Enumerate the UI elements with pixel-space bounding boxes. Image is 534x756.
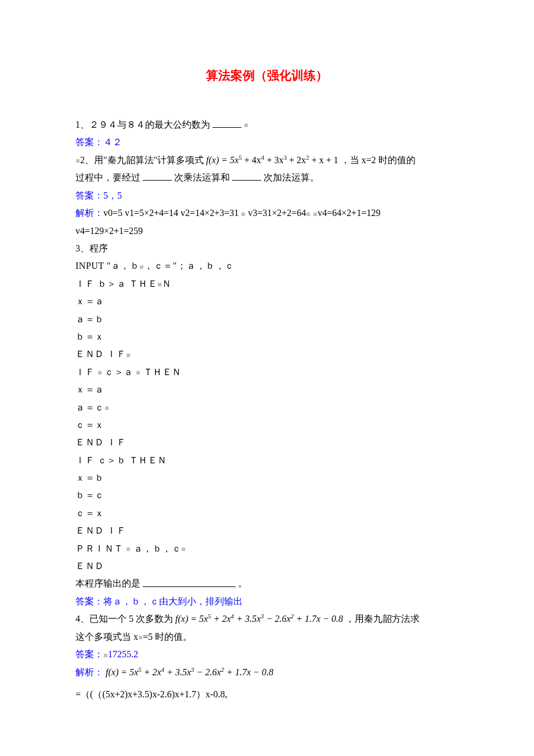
fx: f(x) = 5x [206,155,239,165]
code-line-3: ｘ＝ａ [75,293,459,310]
term-tail: + x + 1 [309,155,338,165]
marker-icon [127,354,130,357]
marker-icon [182,548,185,551]
code-17a: ＰＲＩＮＴ [75,543,126,553]
code-6a: ＥＮＤ ＩＦ [75,349,126,359]
code-line-16: ＥＮＤ ＩＦ [75,522,459,539]
q4-solution-1: 解析： f(x) = 5x5 + 2x4 + 3.5x3 − 2.6x2 + 1… [75,664,459,681]
q4-prompt-b: ，用秦九韶方法求 [345,614,420,624]
q1-answer: 答案：４２ [75,134,459,151]
code-1a: INPUT "ａ，ｂ [75,261,139,271]
marker-icon [76,159,80,163]
code-2a: ＩＦ ｂ＞ａ ＴＨＥ [75,279,157,289]
code-line-17: ＰＲＩＮＴ ａ，ｂ，ｃ [75,540,459,557]
marker-icon [140,265,143,269]
q2-blank2 [232,169,261,181]
page-container: 算法案例（强化训练） 1、２９４与８４的最大公约数为 答案：４２ 2、用"秦九韶… [0,0,534,756]
sol-a: v0=5 v1=5×2+4=14 v2=14×2+3=31 [103,208,241,218]
marker-icon [244,124,248,127]
q3-prompt-b: 本程序输出的是 [75,579,140,589]
term3: + 3x [264,155,283,165]
q4-t2: − 2.6x [264,614,291,624]
code-line-18: ＥＮＤ [75,557,459,575]
code-line-10: ｃ＝ｘ [75,416,459,434]
marker-icon [104,654,107,657]
q2-formula: f(x) = 5x5 + 4x4 + 3x3 + 2x2 + x + 1 [206,155,341,165]
code-line-5: ｂ＝ｘ [75,328,459,345]
solution-label: 解析： [75,208,103,218]
q4-answer: 答案：17255.2 [75,646,459,663]
marker-icon [241,213,245,216]
q2-solution-2: v4=129×2+1=259 [75,222,459,240]
solution-label: 解析： [75,667,103,677]
q2-solution-1: 解析：v0=5 v1=5×2+4=14 v2=14×2+3=31 v3=31×2… [75,204,459,222]
term2: + 2x [287,155,306,165]
sol-b: v3=31×2+2=64 [248,208,306,218]
code-line-1: INPUT "ａ，ｂ，ｃ＝"；ａ，ｂ，ｃ [75,257,459,275]
q3-blank [143,575,236,586]
q1-prompt: 1、２９４与８４的最大公约数为 [75,120,210,129]
answer-value: 5，5 [103,190,122,200]
q3-answer: 答案：将ａ，ｂ，ｃ由大到小，排列输出 [75,593,459,610]
q1-blank [212,116,241,128]
q1-text: 1、２９４与８４的最大公约数为 [75,116,459,134]
q4-prompt-c: 这个多项式当 x [75,632,138,642]
q2-text-line1: 2、用"秦九韶算法"计算多项式 f(x) = 5x5 + 4x4 + 3x3 +… [75,152,459,169]
code-line-2: ＩＦ ｂ＞ａ ＴＨＥＮ [75,275,459,293]
q4-prompt-a: 4、已知一个 5 次多数为 [75,614,175,624]
code-line-7: ＩＦ ｃ＞ａ ＴＨＥＮ [75,363,459,381]
code-7b: ｃ＞ａ [102,367,136,377]
q4-formula: f(x) = 5x5 + 2x4 + 3.5x3 − 2.6x2 + 1.7x … [175,614,345,624]
marker-icon [158,283,161,286]
q4-solution-2: =（(（(5x+2)x+3.5)x-2.6)x+1.7）x-0.8, [75,686,459,703]
code-17b: ａ，ｂ，ｃ [131,543,181,553]
code-line-14: ｂ＝ｃ [75,487,459,504]
code-line-13: ｘ＝ｂ [75,469,459,487]
q4-t3: + 3.5x [234,614,261,624]
q2-prompt-a: 2、用"秦九韶算法"计算多项式 [80,155,206,165]
marker-icon [306,213,310,216]
q4s-t4: + 2x [142,667,161,677]
q4s-t2: − 2.6x [194,667,221,677]
code-7a: ＩＦ [75,367,98,377]
answer-value: 17255.2 [108,649,138,659]
sol-c: v4=64×2+1=129 [317,208,380,218]
marker-icon [105,406,109,410]
code-1b: ，ｃ＝"；ａ，ｂ，ｃ [144,261,234,271]
q2-text-line2: 过程中，要经过 次乘法运算和 次加法运算。 [75,169,459,187]
q2-prompt-e: 次加法运算。 [264,172,319,182]
code-line-6: ＥＮＤ ＩＦ [75,345,459,363]
q2-prompt-c: 过程中，要经过 [75,172,140,182]
q3-code: INPUT "ａ，ｂ，ｃ＝"；ａ，ｂ，ｃ ＩＦ ｂ＞ａ ＴＨＥＮ ｘ＝ａ ａ＝ｂ… [75,257,459,575]
code-line-9: ａ＝ｃ [75,399,459,416]
q4-tail: + 1.7x − 0.8 [294,614,343,624]
term4: + 4x [242,155,261,165]
q2-blank1 [143,169,172,181]
marker-icon [127,548,130,551]
q4-prompt-d: =5 时的值。 [143,632,192,642]
q4s-tail: + 1.7x − 0.8 [224,667,273,677]
marker-icon [98,371,102,375]
sol-d: v4=129×2+1=259 [75,226,143,236]
answer-label: 答案： [75,649,103,659]
marker-icon [139,636,142,639]
code-line-15: ｃ＝ｘ [75,505,459,522]
q4-sol-formula: f(x) = 5x5 + 2x4 + 3.5x3 − 2.6x2 + 1.7x … [106,667,273,677]
marker-icon [136,371,140,375]
q4-fx: f(x) = 5x [175,614,208,624]
q3-text: 3、程序 [75,240,459,257]
code-line-8: ｘ＝ａ [75,381,459,398]
q2-prompt-d: 次乘法运算和 [174,172,230,182]
q4-text-line1: 4、已知一个 5 次多数为 f(x) = 5x5 + 2x4 + 3.5x3 −… [75,610,459,628]
code-2b: Ｎ [162,279,172,289]
code-line-11: ＥＮＤ ＩＦ [75,434,459,451]
answer-value: 将ａ，ｂ，ｃ由大到小，排列输出 [103,596,243,606]
q2-answer: 答案：5，5 [75,187,459,204]
q4-text-line2: 这个多项式当 x=5 时的值。 [75,628,459,646]
answer-label: 答案： [75,137,103,147]
q4s-t3: + 3.5x [164,667,191,677]
q3-output-prompt: 本程序输出的是 。 [75,575,459,593]
code-line-4: ａ＝ｂ [75,311,459,328]
answer-label: 答案： [75,596,103,606]
q3-prompt-c: 。 [238,579,247,589]
